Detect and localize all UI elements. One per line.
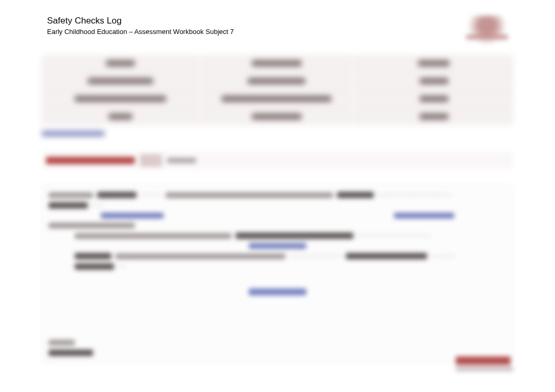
table-cell — [42, 55, 199, 72]
list-item — [49, 253, 506, 259]
center-link-row — [49, 288, 506, 297]
blurred-content-area — [0, 50, 555, 363]
table-row — [42, 108, 513, 125]
table-cell — [201, 73, 352, 89]
footer-logo-text — [456, 356, 511, 365]
highlight-text — [46, 157, 135, 164]
header-text-block: Safety Checks Log Early Childhood Educat… — [47, 16, 234, 36]
highlight-box — [140, 154, 162, 167]
blurred-link — [249, 243, 306, 249]
page-header: Safety Checks Log Early Childhood Educat… — [0, 5, 555, 50]
brand-logo — [461, 16, 513, 44]
blurred-link — [42, 131, 105, 136]
table-cell — [201, 108, 352, 125]
document-subtitle: Early Childhood Education – Assessment W… — [47, 28, 234, 36]
list-item — [49, 263, 506, 270]
link-row — [49, 213, 506, 218]
table-cell — [354, 108, 513, 125]
paragraph-line — [49, 223, 506, 228]
blurred-link — [394, 213, 454, 218]
paragraph-line — [49, 202, 506, 209]
table-cell — [42, 73, 199, 89]
body-panel — [42, 185, 513, 363]
paragraph-line — [49, 350, 97, 356]
link-line — [42, 129, 513, 139]
table-row — [42, 55, 513, 72]
table-row — [42, 73, 513, 89]
table-cell — [354, 73, 513, 89]
footer-brand — [456, 356, 513, 371]
table-cell — [42, 90, 199, 107]
small-label — [167, 158, 196, 163]
table-cell — [201, 90, 352, 107]
blurred-link — [249, 289, 306, 295]
data-table — [42, 55, 513, 126]
table-cell — [354, 55, 513, 72]
blurred-link — [101, 213, 164, 218]
footer-tagline — [456, 367, 513, 371]
paragraph-line — [49, 340, 97, 345]
table-cell — [42, 108, 199, 125]
table-cell — [354, 90, 513, 107]
document-title: Safety Checks Log — [47, 16, 234, 26]
table-cell — [201, 55, 352, 72]
paragraph-line — [49, 192, 506, 198]
highlight-bar — [42, 152, 513, 169]
centered-link — [49, 243, 506, 249]
list-item — [49, 233, 506, 239]
bottom-text-block — [49, 340, 97, 356]
table-row — [42, 90, 513, 107]
